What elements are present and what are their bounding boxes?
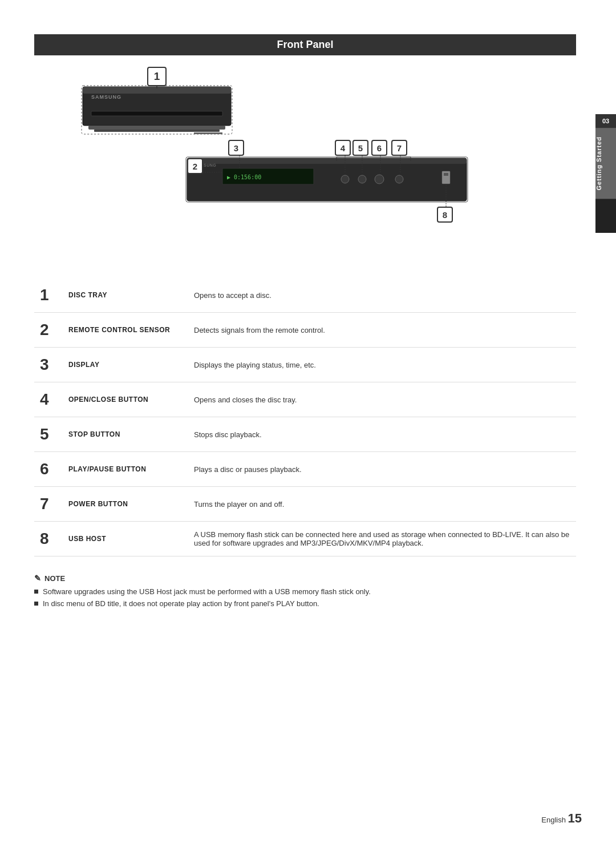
item-name: STOP BUTTON [63,417,188,452]
item-description: Turns the player on and off. [188,487,576,522]
callout-3: 3 [228,140,244,156]
svg-text:▶ 0:156:00: ▶ 0:156:00 [227,174,261,180]
callout-2: 2 [187,158,203,174]
item-name: REMOTE CONTROL SENSOR [63,313,188,348]
item-name: DISC TRAY [63,278,188,313]
note-label: NOTE [44,574,65,583]
note-bullets: Software upgrades using the USB Host jac… [34,587,576,608]
note-icon: ✎ [34,574,41,583]
chapter-title: Getting Started [595,128,616,199]
item-number: 1 [34,278,63,313]
svg-rect-17 [444,173,448,176]
bullet-text: Software upgrades using the USB Host jac… [43,587,371,596]
table-row: 5 STOP BUTTON Stops disc playback. [34,417,576,452]
item-description: Plays a disc or pauses playback. [188,452,576,487]
svg-rect-11 [194,132,222,134]
table-row: 8 USB HOST A USB memory flash stick can … [34,522,576,556]
note-bullet-item: In disc menu of BD title, it does not op… [34,599,576,608]
language-label: English [541,816,566,824]
table-row: 1 DISC TRAY Opens to accept a disc. [34,278,576,313]
svg-point-15 [395,175,403,183]
svg-point-14 [375,175,384,184]
item-number: 3 [34,348,63,382]
item-description: Detects signals from the remote control. [188,313,576,348]
item-name: PLAY/PAUSE BUTTON [63,452,188,487]
item-name: POWER BUTTON [63,487,188,522]
main-content: Front Panel SAMSUNG SAMSUNG ▶ 0:156:00 [34,34,576,617]
note-bullet-item: Software upgrades using the USB Host jac… [34,587,576,596]
item-number: 4 [34,382,63,417]
svg-rect-9 [222,168,314,184]
svg-rect-5 [94,130,220,132]
svg-rect-6 [187,158,467,201]
item-name: USB HOST [63,522,188,556]
bullet-icon [34,590,38,594]
item-name: OPEN/CLOSE BUTTON [63,382,188,417]
diagram-area: SAMSUNG SAMSUNG ▶ 0:156:00 [34,67,576,261]
item-description: Opens and closes the disc tray. [188,382,576,417]
callout-5: 5 [352,140,368,156]
svg-rect-29 [82,86,232,134]
svg-point-12 [341,175,349,183]
item-number: 5 [34,417,63,452]
note-header: ✎ NOTE [34,574,576,583]
chapter-number: 03 [595,114,616,128]
item-number: 2 [34,313,63,348]
svg-rect-30 [186,157,468,202]
item-description: Stops disc playback. [188,417,576,452]
table-row: 7 POWER BUTTON Turns the player on and o… [34,487,576,522]
item-number: 7 [34,487,63,522]
svg-rect-0 [83,87,231,126]
item-number: 8 [34,522,63,556]
callout-8: 8 [437,207,453,223]
bullet-text: In disc menu of BD title, it does not op… [43,599,319,608]
table-row: 3 DISPLAY Displays the playing status, t… [34,348,576,382]
svg-rect-7 [187,158,467,164]
bullet-icon [34,602,38,606]
callout-4: 4 [335,140,351,156]
item-description: Displays the playing status, time, etc. [188,348,576,382]
svg-point-13 [358,175,366,183]
table-row: 6 PLAY/PAUSE BUTTON Plays a disc or paus… [34,452,576,487]
svg-rect-16 [442,171,450,184]
callout-7: 7 [391,140,407,156]
svg-rect-4 [88,126,225,130]
page-number: 15 [568,811,582,825]
footer: English 15 [541,811,582,826]
items-table: 1 DISC TRAY Opens to accept a disc. 2 RE… [34,278,576,556]
side-tab-accent [595,199,616,233]
side-tab: 03 Getting Started [595,114,616,233]
svg-text:SAMSUNG: SAMSUNG [91,94,121,100]
table-row: 4 OPEN/CLOSE BUTTON Opens and closes the… [34,382,576,417]
callout-1: 1 [147,67,167,86]
item-number: 6 [34,452,63,487]
diagram-svg: SAMSUNG SAMSUNG ▶ 0:156:00 [34,67,576,261]
item-name: DISPLAY [63,348,188,382]
table-row: 2 REMOTE CONTROL SENSOR Detects signals … [34,313,576,348]
callout-6: 6 [371,140,387,156]
svg-rect-3 [91,111,222,116]
item-description: A USB memory flash stick can be connecte… [188,522,576,556]
section-header: Front Panel [34,34,576,55]
item-description: Opens to accept a disc. [188,278,576,313]
note-section: ✎ NOTE Software upgrades using the USB H… [34,568,576,617]
svg-rect-1 [83,87,231,94]
